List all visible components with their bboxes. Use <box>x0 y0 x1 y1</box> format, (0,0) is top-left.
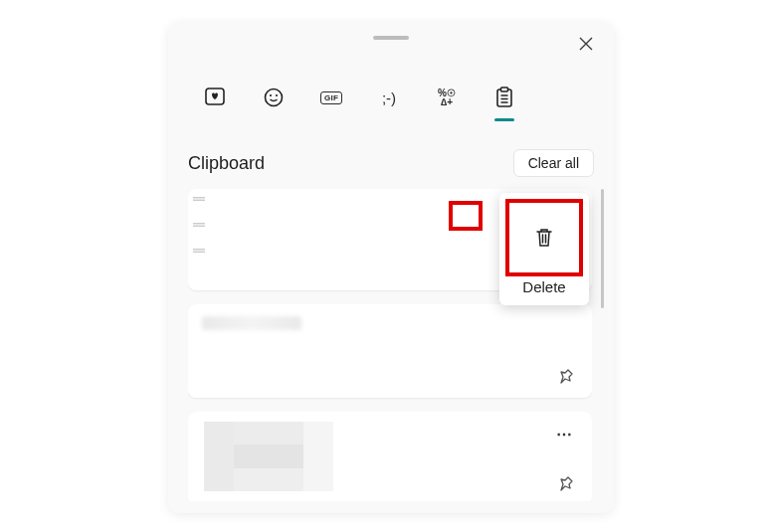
emoji-face-icon <box>264 88 284 107</box>
tab-gif[interactable]: GIF <box>317 78 345 117</box>
pin-button[interactable] <box>554 471 578 495</box>
delete-button[interactable] <box>505 199 583 276</box>
category-tabs: GIF ;-) %☉ ∆+ <box>202 78 518 117</box>
svg-point-2 <box>270 94 272 96</box>
tab-clipboard[interactable] <box>490 78 518 117</box>
symbols-icon: %☉ ∆+ <box>438 89 456 106</box>
page-title: Clipboard <box>188 153 265 174</box>
annotation-highlight <box>449 201 483 231</box>
section-header: Clipboard Clear all <box>188 149 594 177</box>
gif-icon: GIF <box>320 91 342 104</box>
clipboard-icon <box>495 87 513 108</box>
delete-label: Delete <box>522 278 565 295</box>
trash-icon <box>534 227 554 249</box>
item-thumbnail <box>204 422 333 491</box>
pin-button[interactable] <box>554 364 578 388</box>
close-button[interactable] <box>574 32 598 56</box>
tab-symbols[interactable]: %☉ ∆+ <box>433 78 461 117</box>
clipboard-item[interactable] <box>188 304 592 398</box>
scrollbar[interactable] <box>601 189 604 308</box>
svg-rect-5 <box>501 88 508 91</box>
svg-point-3 <box>276 94 278 96</box>
tab-kaomoji[interactable]: ;-) <box>375 78 403 117</box>
pin-icon <box>558 368 574 384</box>
close-icon <box>579 37 593 51</box>
item-text-preview <box>202 316 301 330</box>
pin-icon <box>558 475 574 491</box>
tab-favorite-emoji[interactable] <box>202 78 230 117</box>
clear-all-button[interactable]: Clear all <box>513 149 594 177</box>
tab-emoji[interactable] <box>260 78 288 117</box>
more-button[interactable]: ⋯ <box>550 422 578 445</box>
item-thumbnail <box>193 197 205 266</box>
emoji-clipboard-panel: GIF ;-) %☉ ∆+ Clipboard Clear all ⋯ <box>168 22 614 513</box>
kaomoji-icon: ;-) <box>382 89 396 106</box>
emoji-heart-icon <box>205 88 227 107</box>
delete-popup: Delete <box>499 193 589 305</box>
svg-point-1 <box>266 89 283 106</box>
clipboard-item[interactable]: ⋯ <box>188 412 592 501</box>
drag-handle[interactable] <box>373 36 409 40</box>
